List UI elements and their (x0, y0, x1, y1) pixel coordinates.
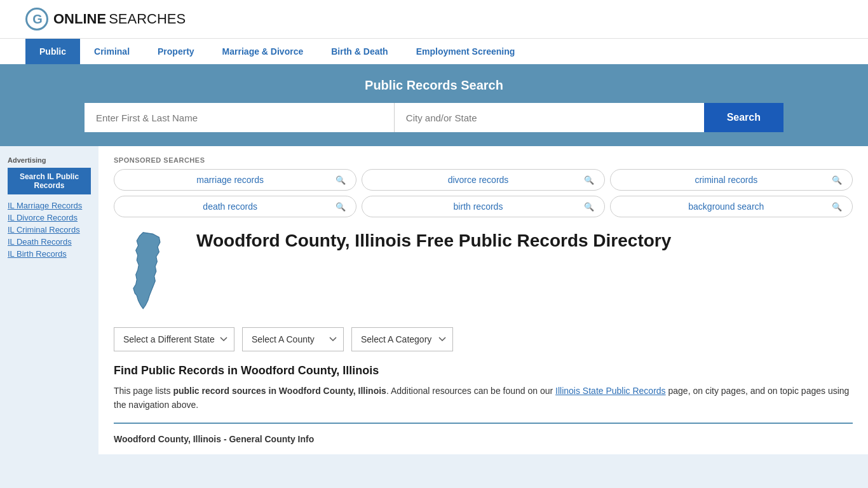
name-input[interactable] (85, 103, 395, 132)
search-icon: 🔍 (584, 202, 594, 212)
nav-criminal[interactable]: Criminal (80, 39, 144, 64)
search-icon: 🔍 (832, 175, 842, 185)
sidebar-ad-button[interactable]: Search IL Public Records (8, 168, 91, 194)
logo-online: ONLINE (53, 12, 106, 26)
search-form: Search (85, 103, 783, 132)
dropdowns: Select a Different State Select A County… (114, 327, 853, 351)
pill-death[interactable]: death records 🔍 (114, 196, 356, 217)
sidebar-link-death[interactable]: IL Death Records (8, 237, 91, 247)
site-header: G ONLINE SEARCHES (0, 0, 868, 38)
logo-searches: SEARCHES (109, 12, 186, 26)
sidebar: Advertising Search IL Public Records IL … (0, 146, 98, 454)
general-info-label: Woodford County, Illinois - General Coun… (114, 434, 853, 444)
sidebar-link-marriage[interactable]: IL Marriage Records (8, 201, 91, 210)
section-divider (114, 423, 853, 424)
search-button[interactable]: Search (704, 103, 783, 132)
search-banner: Public Records Search Search (0, 64, 868, 146)
logo[interactable]: G ONLINE SEARCHES (25, 8, 186, 30)
search-icon: 🔍 (832, 202, 842, 212)
sponsored-pills: marriage records 🔍 divorce records 🔍 cri… (114, 169, 853, 217)
logo-text: ONLINE SEARCHES (53, 12, 186, 26)
location-input[interactable] (395, 103, 704, 132)
nav-marriage-divorce[interactable]: Marriage & Divorce (208, 39, 318, 64)
sidebar-ad-label: Advertising (8, 156, 91, 164)
page-title-area: Woodford County, Illinois Free Public Re… (114, 230, 853, 315)
search-icon: 🔍 (336, 175, 346, 185)
find-records-section: Find Public Records in Woodford County, … (114, 364, 853, 412)
sidebar-link-divorce[interactable]: IL Divorce Records (8, 213, 91, 222)
illinois-map-svg (114, 230, 177, 313)
pill-divorce[interactable]: divorce records 🔍 (362, 169, 604, 191)
nav-property[interactable]: Property (144, 39, 208, 64)
nav-public[interactable]: Public (25, 39, 80, 64)
nav-birth-death[interactable]: Birth & Death (317, 39, 402, 64)
sponsored-label: SPONSORED SEARCHES (114, 156, 853, 164)
illinois-records-link[interactable]: Illinois State Public Records (555, 386, 666, 396)
state-dropdown[interactable]: Select a Different State (114, 327, 234, 351)
search-icon: 🔍 (584, 175, 594, 185)
page-title: Woodford County, Illinois Free Public Re… (196, 230, 671, 252)
main-wrapper: Advertising Search IL Public Records IL … (0, 146, 868, 454)
sidebar-link-criminal[interactable]: IL Criminal Records (8, 225, 91, 234)
pill-marriage[interactable]: marriage records 🔍 (114, 169, 356, 191)
logo-icon: G (25, 8, 48, 30)
county-dropdown[interactable]: Select A County (242, 327, 344, 351)
sidebar-link-birth[interactable]: IL Birth Records (8, 249, 91, 259)
category-dropdown[interactable]: Select A Category (351, 327, 453, 351)
main-content: SPONSORED SEARCHES marriage records 🔍 di… (98, 146, 868, 454)
find-records-desc: This page lists public record sources in… (114, 384, 853, 412)
search-icon: 🔍 (336, 202, 346, 212)
pill-birth[interactable]: birth records 🔍 (362, 196, 604, 217)
search-banner-title: Public Records Search (25, 78, 843, 93)
nav-employment[interactable]: Employment Screening (402, 39, 529, 64)
find-records-title: Find Public Records in Woodford County, … (114, 364, 853, 377)
main-nav: Public Criminal Property Marriage & Divo… (0, 38, 868, 64)
state-map (114, 230, 184, 315)
pill-background[interactable]: background search 🔍 (610, 196, 853, 217)
pill-criminal[interactable]: criminal records 🔍 (610, 169, 853, 191)
page-title-text: Woodford County, Illinois Free Public Re… (196, 230, 671, 252)
